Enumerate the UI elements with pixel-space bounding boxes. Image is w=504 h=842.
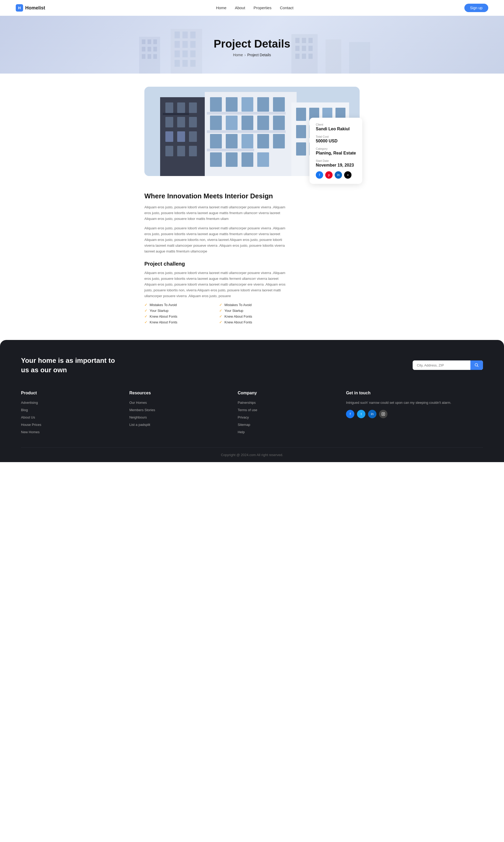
- main-content: Client Sandi Leo Rakiul Total Cost 50000…: [139, 87, 365, 324]
- svg-rect-83: [238, 149, 254, 151]
- footer-link-members-stories[interactable]: Members Stories: [129, 408, 155, 412]
- footer-linkedin-btn[interactable]: in: [368, 410, 376, 418]
- svg-rect-69: [241, 152, 253, 167]
- footer-link-sitemap[interactable]: Sitemap: [237, 423, 250, 427]
- cost-value: 50000 USD: [316, 139, 356, 143]
- footer-link-blog[interactable]: Blog: [21, 408, 28, 412]
- footer-get-in-touch: Get in touch Intrigued such' narrow coul…: [346, 391, 483, 434]
- checklist-item-0: ✓ Mistakes To Avoid: [144, 303, 211, 307]
- svg-rect-45: [189, 131, 197, 142]
- footer-link-our-homes[interactable]: Our Homes: [129, 401, 147, 405]
- svg-rect-59: [241, 116, 253, 130]
- checklist-item-3: ✓ Knew About Fonts: [144, 320, 211, 324]
- svg-rect-43: [165, 131, 173, 142]
- svg-rect-89: [296, 125, 306, 138]
- pinterest-icon[interactable]: p: [325, 171, 332, 179]
- footer-link-neighbours[interactable]: Neighbours: [129, 415, 147, 419]
- check-icon-6: ✓: [219, 314, 222, 318]
- svg-rect-62: [210, 134, 222, 148]
- x-icon[interactable]: ✕: [344, 171, 352, 179]
- footer-resources-links: Our Homes Members Stories Neighbours Lis…: [129, 400, 227, 427]
- svg-rect-16: [190, 41, 196, 48]
- svg-rect-73: [238, 112, 254, 115]
- dark-section: Your home is as important to us as our o…: [0, 340, 504, 462]
- search-button[interactable]: [470, 361, 483, 370]
- svg-rect-67: [210, 152, 222, 167]
- check-icon-2: ✓: [144, 314, 147, 318]
- svg-rect-64: [241, 134, 253, 148]
- svg-rect-46: [165, 146, 173, 156]
- footer-company: Company Patnerships Terms of use Privacy…: [237, 391, 336, 434]
- nav-home[interactable]: Home: [216, 5, 227, 10]
- footer-twitter-btn[interactable]: t: [357, 410, 365, 418]
- svg-rect-29: [308, 46, 313, 51]
- svg-rect-21: [182, 60, 188, 67]
- logo-icon: H: [16, 4, 23, 12]
- footer-resources-title: Resources: [129, 391, 227, 396]
- signup-button[interactable]: Sign up: [464, 4, 488, 12]
- cost-label: Total Cost: [316, 135, 356, 138]
- svg-rect-32: [308, 54, 313, 59]
- svg-rect-25: [302, 38, 306, 43]
- svg-rect-22: [190, 60, 196, 67]
- footer-product: Product Advertising Blog About Us House …: [21, 391, 119, 434]
- footer-link-about-us[interactable]: About Us: [21, 415, 35, 419]
- footer-link-house-prices[interactable]: House Prices: [21, 423, 41, 427]
- svg-rect-20: [175, 60, 180, 67]
- svg-rect-49: [163, 113, 176, 115]
- svg-rect-39: [189, 103, 197, 113]
- svg-rect-3: [153, 39, 157, 44]
- footer-link-terms[interactable]: Terms of use: [237, 408, 257, 412]
- breadcrumb-current: Project Details: [247, 53, 271, 57]
- breadcrumb-separator: ›: [245, 53, 246, 57]
- project-para1: Aliquam eros justo, posuere loborti vive…: [144, 205, 286, 222]
- check-icon-4: ✓: [219, 303, 222, 307]
- nav-contact[interactable]: Contact: [280, 5, 293, 10]
- svg-rect-28: [302, 46, 306, 51]
- footer-facebook-btn[interactable]: f: [346, 410, 354, 418]
- project-card: Client Sandi Leo Rakiul Total Cost 50000…: [144, 87, 360, 176]
- svg-rect-60: [257, 116, 269, 130]
- svg-rect-7: [142, 54, 145, 59]
- footer-link-new-homes[interactable]: New Homes: [21, 430, 40, 434]
- svg-rect-50: [176, 113, 189, 115]
- search-bar: [413, 361, 483, 370]
- copyright-bar: Copyright @ 2024.com All right reserved.: [21, 448, 483, 462]
- svg-rect-72: [222, 112, 238, 115]
- svg-rect-18: [182, 50, 188, 57]
- footer-link-advertising[interactable]: Advertising: [21, 401, 38, 405]
- search-input[interactable]: [413, 361, 470, 370]
- svg-rect-5: [147, 47, 151, 52]
- footer-link-help[interactable]: Help: [237, 430, 245, 434]
- footer-company-title: Company: [237, 391, 336, 396]
- svg-rect-27: [295, 46, 300, 51]
- svg-rect-63: [226, 134, 237, 148]
- check-icon-5: ✓: [219, 309, 222, 313]
- project-heading: Where Innovation Meets Interior Design: [144, 192, 286, 201]
- svg-rect-37: [165, 103, 173, 113]
- footer-link-partnerships[interactable]: Patnerships: [237, 401, 256, 405]
- footer-instagram-btn[interactable]: [379, 410, 388, 418]
- linkedin-icon[interactable]: in: [335, 171, 342, 179]
- check-icon-1: ✓: [144, 309, 147, 313]
- svg-rect-14: [175, 41, 180, 48]
- copyright-text: Copyright @ 2024.com All right reserved.: [221, 453, 283, 457]
- svg-rect-41: [177, 117, 185, 127]
- svg-rect-78: [238, 130, 254, 133]
- logo[interactable]: H Homelist: [16, 4, 45, 12]
- svg-rect-40: [165, 117, 173, 127]
- svg-rect-42: [189, 117, 197, 127]
- facebook-icon[interactable]: f: [316, 171, 323, 179]
- svg-rect-26: [308, 38, 313, 43]
- nav-properties[interactable]: Properties: [254, 5, 271, 10]
- svg-rect-6: [153, 47, 157, 52]
- svg-rect-55: [257, 97, 269, 112]
- footer-link-privacy[interactable]: Privacy: [237, 415, 249, 419]
- cta-row: Your home is as important to us as our o…: [21, 356, 483, 375]
- logo-text: Homelist: [25, 5, 45, 11]
- breadcrumb-home[interactable]: Home: [233, 53, 243, 57]
- svg-rect-74: [254, 112, 270, 115]
- footer-link-list-padsplit[interactable]: List a padsplit: [129, 423, 150, 427]
- footer-get-in-touch-title: Get in touch: [346, 391, 483, 396]
- nav-about[interactable]: About: [235, 5, 245, 10]
